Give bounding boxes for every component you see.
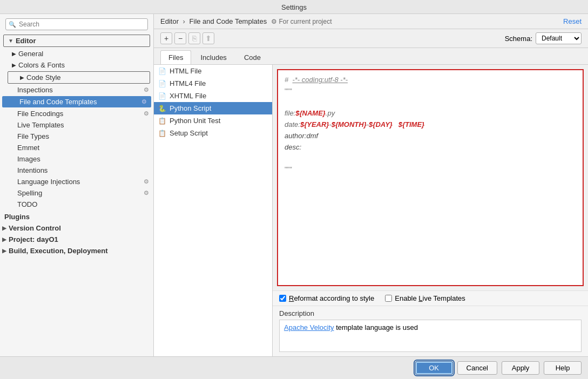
sidebar-item-general[interactable]: ▶ General	[0, 48, 153, 59]
sidebar-label-todo: TODO	[17, 200, 37, 208]
file-item-xhtml[interactable]: 📄 XHTML File	[154, 90, 272, 102]
breadcrumb-area: Editor › File and Code Templates ⚙ For c…	[160, 17, 332, 25]
file-label-python: Python Script	[170, 104, 211, 112]
breadcrumb-editor: Editor	[160, 17, 179, 25]
sidebar-label-colors-fonts: Colors & Fonts	[18, 61, 65, 69]
settings-icon: ⚙	[141, 98, 147, 105]
sidebar-label-version-control: Version Control	[9, 224, 61, 232]
sidebar-label-emmet: Emmet	[17, 144, 39, 152]
sidebar-item-file-encodings[interactable]: File Encodings ⚙	[0, 108, 153, 119]
file-label-xhtml: XHTML File	[170, 92, 206, 100]
xhtml-file-icon: 📄	[158, 92, 166, 100]
code-line-9: """	[285, 164, 576, 175]
reformat-option[interactable]: Reformat according to style	[279, 294, 374, 302]
code-line-7: desc:	[285, 142, 576, 153]
sidebar-item-file-types[interactable]: File Types	[0, 131, 153, 142]
sidebar-item-plugins[interactable]: Plugins	[0, 211, 153, 222]
sidebar-label-file-encodings: File Encodings	[17, 110, 63, 118]
sidebar: 🔍 ▼ Editor ▶ General ▶ Colors & Fonts ▶ …	[0, 14, 154, 356]
sidebar-item-code-style[interactable]: ▶ Code Style	[8, 71, 150, 84]
sidebar-item-file-code-templates[interactable]: File and Code Templates ⚙	[2, 96, 151, 107]
file-item-html[interactable]: 📄 HTML File	[154, 65, 272, 77]
code-line-3	[285, 97, 576, 109]
schema-area: Schema: Default	[505, 32, 582, 44]
move-button[interactable]: ⬆	[202, 32, 214, 44]
sidebar-label-project: Project: dayO1	[9, 235, 58, 243]
sidebar-item-language-injections[interactable]: Language Injections ⚙	[0, 176, 153, 187]
tab-files[interactable]: Files	[160, 50, 191, 64]
tab-code[interactable]: Code	[236, 50, 269, 64]
breadcrumb-page: File and Code Templates	[190, 17, 267, 25]
apache-velocity-link[interactable]: Apache Velocity	[284, 323, 334, 331]
right-panel: Editor › File and Code Templates ⚙ For c…	[154, 14, 588, 356]
reset-link[interactable]: Reset	[563, 17, 582, 25]
live-templates-checkbox[interactable]	[385, 295, 392, 302]
remove-button[interactable]: −	[174, 32, 186, 44]
title-bar: Settings	[0, 0, 588, 14]
sidebar-item-intentions[interactable]: Intentions	[0, 165, 153, 176]
reformat-label: Reformat according to style	[289, 294, 374, 302]
breadcrumb: Editor › File and Code Templates	[160, 17, 267, 25]
file-item-html4[interactable]: 📄 HTML4 File	[154, 77, 272, 90]
sidebar-item-project[interactable]: ▶ Project: dayO1	[0, 234, 153, 245]
code-editor[interactable]: # -*- coding:utf-8 -*- """ file:${NAME}.…	[277, 69, 584, 286]
sidebar-item-editor[interactable]: ▼ Editor	[3, 35, 150, 47]
tab-code-label: Code	[244, 53, 261, 62]
pyunit-file-icon: 📋	[158, 117, 166, 125]
sidebar-label-editor: Editor	[16, 37, 36, 45]
editor-panel: # -*- coding:utf-8 -*- """ file:${NAME}.…	[273, 65, 588, 356]
file-item-python[interactable]: 🐍 Python Script	[154, 102, 272, 114]
code-line-1: # -*- coding:utf-8 -*-	[285, 75, 576, 86]
search-box[interactable]: 🔍	[5, 18, 148, 30]
sidebar-item-build[interactable]: ▶ Build, Execution, Deployment	[0, 245, 153, 256]
description-panel: Description Apache Velocity template lan…	[273, 306, 588, 356]
sidebar-item-inspections[interactable]: Inspections ⚙	[0, 84, 153, 96]
sidebar-label-build: Build, Execution, Deployment	[9, 247, 107, 255]
setup-file-icon: 📋	[158, 130, 166, 137]
python-file-icon: 🐍	[158, 105, 166, 112]
tab-files-label: Files	[168, 53, 183, 62]
sidebar-label-spelling: Spelling	[17, 189, 42, 197]
ok-button[interactable]: OK	[415, 361, 453, 375]
settings-icon: ⚙	[144, 86, 149, 93]
arrow-icon: ▶	[2, 225, 6, 231]
toolbar-left: + − ⎘ ⬆	[160, 32, 214, 44]
sidebar-item-colors-fonts[interactable]: ▶ Colors & Fonts	[0, 59, 153, 71]
tab-includes[interactable]: Includes	[192, 50, 234, 64]
file-item-setup[interactable]: 📋 Setup Script	[154, 127, 272, 139]
file-label-pyunit: Python Unit Test	[170, 117, 220, 125]
sidebar-item-todo[interactable]: TODO	[0, 199, 153, 210]
sidebar-label-intentions: Intentions	[17, 166, 48, 174]
tab-includes-label: Includes	[200, 53, 226, 62]
code-line-6: author:dmf	[285, 131, 576, 142]
help-button[interactable]: Help	[544, 361, 582, 375]
description-label: Description	[279, 309, 582, 317]
schema-select[interactable]: Default	[536, 32, 582, 44]
description-rest: template language is used	[334, 323, 418, 331]
sidebar-item-emmet[interactable]: Emmet	[0, 142, 153, 153]
reformat-checkbox[interactable]	[279, 295, 286, 302]
file-label-html4: HTML4 File	[170, 79, 206, 87]
arrow-icon: ▼	[8, 38, 13, 44]
arrow-icon: ▶	[12, 62, 16, 68]
copy-button[interactable]: ⎘	[188, 32, 200, 44]
arrow-icon: ▶	[2, 236, 6, 242]
code-line-2: """	[285, 86, 576, 97]
sidebar-item-images[interactable]: Images	[0, 153, 153, 165]
sidebar-label-images: Images	[17, 155, 40, 163]
sidebar-item-live-templates[interactable]: Live Templates	[0, 119, 153, 131]
live-templates-option[interactable]: Enable Live Templates	[385, 294, 465, 302]
window-title: Settings	[281, 3, 307, 11]
search-input[interactable]	[5, 18, 148, 30]
description-box: Apache Velocity template language is use…	[279, 320, 582, 352]
html-file-icon: 📄	[158, 67, 166, 75]
add-button[interactable]: +	[160, 32, 172, 44]
cancel-button[interactable]: Cancel	[457, 361, 497, 375]
file-item-pyunit[interactable]: 📋 Python Unit Test	[154, 114, 272, 127]
apply-button[interactable]: Apply	[502, 361, 539, 375]
sidebar-item-spelling[interactable]: Spelling ⚙	[0, 187, 153, 199]
sidebar-item-version-control[interactable]: ▶ Version Control	[0, 222, 153, 234]
file-list: 📄 HTML File 📄 HTML4 File 📄 XHTML File 🐍 …	[154, 65, 273, 356]
live-templates-label: Enable Live Templates	[395, 294, 465, 302]
options-bar: Reformat according to style Enable Live …	[273, 290, 588, 306]
